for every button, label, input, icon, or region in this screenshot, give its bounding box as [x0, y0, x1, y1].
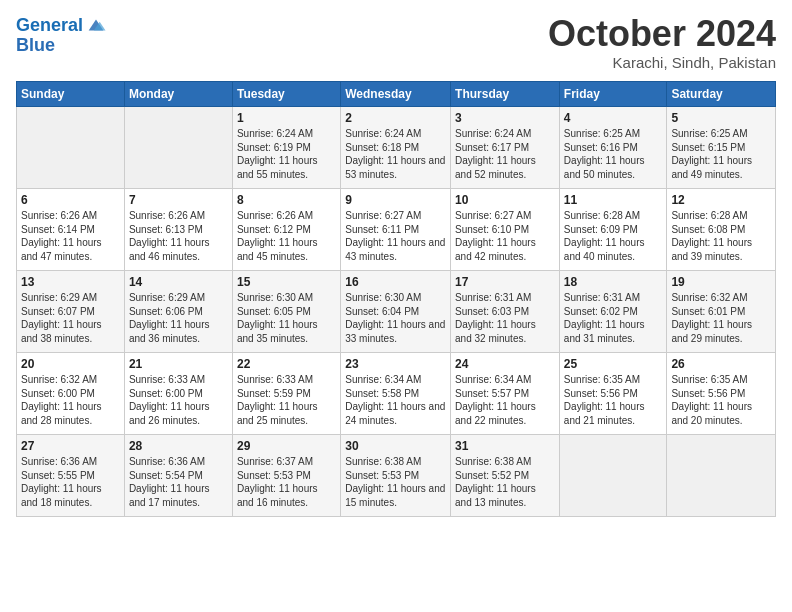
day-number: 31	[455, 439, 555, 453]
title-section: October 2024 Karachi, Sindh, Pakistan	[548, 16, 776, 71]
day-info: Sunrise: 6:28 AM Sunset: 6:09 PM Dayligh…	[564, 209, 663, 263]
day-info: Sunrise: 6:37 AM Sunset: 5:53 PM Dayligh…	[237, 455, 336, 509]
logo-text: General	[16, 16, 83, 36]
day-number: 25	[564, 357, 663, 371]
day-number: 14	[129, 275, 228, 289]
day-number: 4	[564, 111, 663, 125]
calendar-cell: 9Sunrise: 6:27 AM Sunset: 6:11 PM Daylig…	[341, 189, 451, 271]
day-number: 26	[671, 357, 771, 371]
page-header: General Blue October 2024 Karachi, Sindh…	[16, 16, 776, 71]
calendar-table: SundayMondayTuesdayWednesdayThursdayFrid…	[16, 81, 776, 517]
calendar-cell	[559, 435, 667, 517]
calendar-cell: 21Sunrise: 6:33 AM Sunset: 6:00 PM Dayli…	[124, 353, 232, 435]
day-info: Sunrise: 6:30 AM Sunset: 6:05 PM Dayligh…	[237, 291, 336, 345]
day-number: 16	[345, 275, 446, 289]
day-number: 19	[671, 275, 771, 289]
day-number: 30	[345, 439, 446, 453]
day-info: Sunrise: 6:34 AM Sunset: 5:57 PM Dayligh…	[455, 373, 555, 427]
day-number: 21	[129, 357, 228, 371]
logo-icon	[85, 14, 107, 36]
day-number: 1	[237, 111, 336, 125]
calendar-header-row: SundayMondayTuesdayWednesdayThursdayFrid…	[17, 82, 776, 107]
calendar-cell: 28Sunrise: 6:36 AM Sunset: 5:54 PM Dayli…	[124, 435, 232, 517]
day-number: 6	[21, 193, 120, 207]
day-number: 5	[671, 111, 771, 125]
calendar-week-5: 27Sunrise: 6:36 AM Sunset: 5:55 PM Dayli…	[17, 435, 776, 517]
day-info: Sunrise: 6:32 AM Sunset: 6:00 PM Dayligh…	[21, 373, 120, 427]
calendar-cell	[667, 435, 776, 517]
day-number: 7	[129, 193, 228, 207]
day-number: 22	[237, 357, 336, 371]
calendar-cell: 30Sunrise: 6:38 AM Sunset: 5:53 PM Dayli…	[341, 435, 451, 517]
calendar-cell: 10Sunrise: 6:27 AM Sunset: 6:10 PM Dayli…	[451, 189, 560, 271]
calendar-cell: 26Sunrise: 6:35 AM Sunset: 5:56 PM Dayli…	[667, 353, 776, 435]
day-info: Sunrise: 6:31 AM Sunset: 6:02 PM Dayligh…	[564, 291, 663, 345]
day-info: Sunrise: 6:26 AM Sunset: 6:12 PM Dayligh…	[237, 209, 336, 263]
calendar-cell: 17Sunrise: 6:31 AM Sunset: 6:03 PM Dayli…	[451, 271, 560, 353]
calendar-cell: 31Sunrise: 6:38 AM Sunset: 5:52 PM Dayli…	[451, 435, 560, 517]
calendar-cell: 8Sunrise: 6:26 AM Sunset: 6:12 PM Daylig…	[232, 189, 340, 271]
calendar-cell: 13Sunrise: 6:29 AM Sunset: 6:07 PM Dayli…	[17, 271, 125, 353]
col-header-monday: Monday	[124, 82, 232, 107]
day-info: Sunrise: 6:29 AM Sunset: 6:06 PM Dayligh…	[129, 291, 228, 345]
calendar-week-2: 6Sunrise: 6:26 AM Sunset: 6:14 PM Daylig…	[17, 189, 776, 271]
calendar-cell: 27Sunrise: 6:36 AM Sunset: 5:55 PM Dayli…	[17, 435, 125, 517]
calendar-cell: 1Sunrise: 6:24 AM Sunset: 6:19 PM Daylig…	[232, 107, 340, 189]
day-number: 17	[455, 275, 555, 289]
day-info: Sunrise: 6:33 AM Sunset: 5:59 PM Dayligh…	[237, 373, 336, 427]
calendar-week-1: 1Sunrise: 6:24 AM Sunset: 6:19 PM Daylig…	[17, 107, 776, 189]
day-info: Sunrise: 6:24 AM Sunset: 6:17 PM Dayligh…	[455, 127, 555, 181]
day-number: 20	[21, 357, 120, 371]
calendar-cell: 19Sunrise: 6:32 AM Sunset: 6:01 PM Dayli…	[667, 271, 776, 353]
col-header-tuesday: Tuesday	[232, 82, 340, 107]
day-info: Sunrise: 6:34 AM Sunset: 5:58 PM Dayligh…	[345, 373, 446, 427]
day-info: Sunrise: 6:25 AM Sunset: 6:16 PM Dayligh…	[564, 127, 663, 181]
day-number: 15	[237, 275, 336, 289]
calendar-cell: 3Sunrise: 6:24 AM Sunset: 6:17 PM Daylig…	[451, 107, 560, 189]
calendar-cell: 5Sunrise: 6:25 AM Sunset: 6:15 PM Daylig…	[667, 107, 776, 189]
day-info: Sunrise: 6:27 AM Sunset: 6:11 PM Dayligh…	[345, 209, 446, 263]
calendar-cell: 23Sunrise: 6:34 AM Sunset: 5:58 PM Dayli…	[341, 353, 451, 435]
day-info: Sunrise: 6:27 AM Sunset: 6:10 PM Dayligh…	[455, 209, 555, 263]
day-number: 29	[237, 439, 336, 453]
month-title: October 2024	[548, 16, 776, 52]
calendar-cell	[124, 107, 232, 189]
col-header-thursday: Thursday	[451, 82, 560, 107]
day-number: 28	[129, 439, 228, 453]
calendar-cell: 22Sunrise: 6:33 AM Sunset: 5:59 PM Dayli…	[232, 353, 340, 435]
day-info: Sunrise: 6:38 AM Sunset: 5:52 PM Dayligh…	[455, 455, 555, 509]
day-info: Sunrise: 6:30 AM Sunset: 6:04 PM Dayligh…	[345, 291, 446, 345]
calendar-cell: 24Sunrise: 6:34 AM Sunset: 5:57 PM Dayli…	[451, 353, 560, 435]
day-number: 3	[455, 111, 555, 125]
day-info: Sunrise: 6:24 AM Sunset: 6:18 PM Dayligh…	[345, 127, 446, 181]
calendar-week-4: 20Sunrise: 6:32 AM Sunset: 6:00 PM Dayli…	[17, 353, 776, 435]
logo: General Blue	[16, 16, 107, 56]
calendar-cell: 14Sunrise: 6:29 AM Sunset: 6:06 PM Dayli…	[124, 271, 232, 353]
day-number: 18	[564, 275, 663, 289]
day-info: Sunrise: 6:38 AM Sunset: 5:53 PM Dayligh…	[345, 455, 446, 509]
col-header-friday: Friday	[559, 82, 667, 107]
day-info: Sunrise: 6:31 AM Sunset: 6:03 PM Dayligh…	[455, 291, 555, 345]
day-number: 8	[237, 193, 336, 207]
calendar-cell: 2Sunrise: 6:24 AM Sunset: 6:18 PM Daylig…	[341, 107, 451, 189]
day-number: 12	[671, 193, 771, 207]
col-header-wednesday: Wednesday	[341, 82, 451, 107]
day-info: Sunrise: 6:36 AM Sunset: 5:55 PM Dayligh…	[21, 455, 120, 509]
day-number: 10	[455, 193, 555, 207]
col-header-saturday: Saturday	[667, 82, 776, 107]
calendar-week-3: 13Sunrise: 6:29 AM Sunset: 6:07 PM Dayli…	[17, 271, 776, 353]
day-info: Sunrise: 6:28 AM Sunset: 6:08 PM Dayligh…	[671, 209, 771, 263]
col-header-sunday: Sunday	[17, 82, 125, 107]
day-info: Sunrise: 6:26 AM Sunset: 6:14 PM Dayligh…	[21, 209, 120, 263]
calendar-cell: 4Sunrise: 6:25 AM Sunset: 6:16 PM Daylig…	[559, 107, 667, 189]
day-number: 24	[455, 357, 555, 371]
day-number: 9	[345, 193, 446, 207]
calendar-cell: 16Sunrise: 6:30 AM Sunset: 6:04 PM Dayli…	[341, 271, 451, 353]
day-info: Sunrise: 6:26 AM Sunset: 6:13 PM Dayligh…	[129, 209, 228, 263]
calendar-cell: 12Sunrise: 6:28 AM Sunset: 6:08 PM Dayli…	[667, 189, 776, 271]
calendar-cell: 20Sunrise: 6:32 AM Sunset: 6:00 PM Dayli…	[17, 353, 125, 435]
location-subtitle: Karachi, Sindh, Pakistan	[548, 54, 776, 71]
calendar-cell: 11Sunrise: 6:28 AM Sunset: 6:09 PM Dayli…	[559, 189, 667, 271]
calendar-cell: 15Sunrise: 6:30 AM Sunset: 6:05 PM Dayli…	[232, 271, 340, 353]
day-info: Sunrise: 6:24 AM Sunset: 6:19 PM Dayligh…	[237, 127, 336, 181]
